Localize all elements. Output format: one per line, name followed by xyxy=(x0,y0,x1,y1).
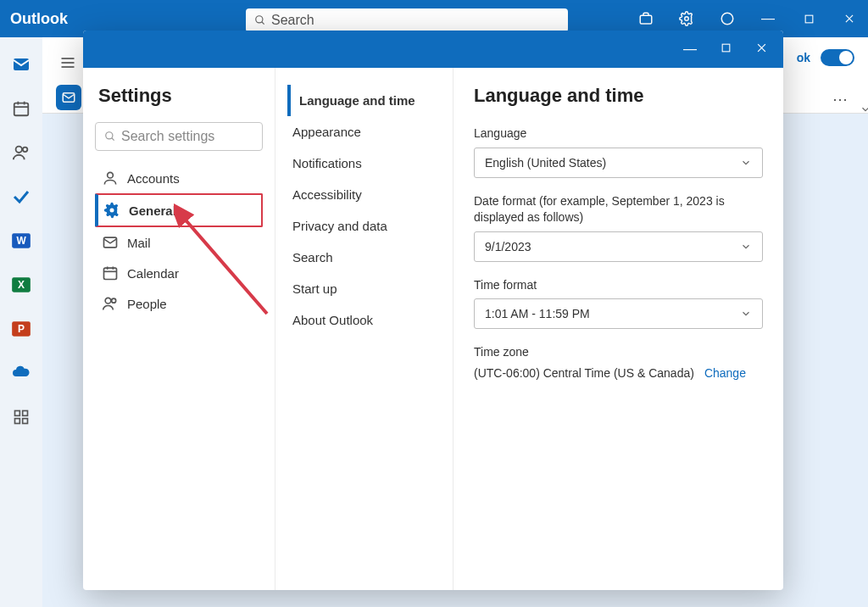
app-rail: W X P xyxy=(0,37,42,607)
language-select[interactable]: English (United States) xyxy=(474,148,763,178)
language-value: English (United States) xyxy=(485,156,606,170)
svg-point-32 xyxy=(106,132,113,139)
global-search[interactable]: Search xyxy=(246,8,568,32)
rail-more-apps-icon[interactable] xyxy=(8,404,35,431)
time-format-value: 1:01 AM - 11:59 PM xyxy=(485,307,590,320)
window-maximize-outer[interactable] xyxy=(797,14,821,25)
time-zone-label: Time zone xyxy=(474,344,763,361)
field-time-zone: Time zone (UTC-06:00) Central Time (US &… xyxy=(474,344,763,380)
subitem-start-up[interactable]: Start up xyxy=(287,273,441,304)
time-format-label: Time format xyxy=(474,277,763,294)
settings-gear-icon[interactable] xyxy=(675,11,698,26)
category-accounts[interactable]: Accounts xyxy=(95,163,263,193)
svg-text:W: W xyxy=(16,235,26,247)
date-format-select[interactable]: 9/1/2023 xyxy=(474,231,763,262)
modal-maximize-icon[interactable] xyxy=(721,42,732,57)
subitem-accessibility[interactable]: Accessibility xyxy=(287,179,441,210)
settings-title: Settings xyxy=(95,85,263,107)
rail-todo-icon[interactable] xyxy=(8,183,35,210)
chevron-down-icon xyxy=(740,241,752,253)
date-format-label: Date format (for example, September 1, 2… xyxy=(474,193,763,226)
modal-minimize-icon[interactable]: — xyxy=(683,42,697,57)
rail-mail-icon[interactable] xyxy=(8,51,35,78)
rail-calendar-icon[interactable] xyxy=(8,95,35,122)
svg-rect-24 xyxy=(23,419,28,424)
modal-close-icon[interactable] xyxy=(755,42,768,58)
change-timezone-link[interactable]: Change xyxy=(704,366,746,380)
chevron-down-icon xyxy=(740,157,752,169)
svg-rect-29 xyxy=(722,44,730,52)
settings-search-placeholder: Search settings xyxy=(121,129,214,144)
subitem-notifications[interactable]: Notifications xyxy=(287,148,441,179)
toggle-knob xyxy=(839,51,853,64)
time-zone-value: (UTC-06:00) Central Time (US & Canada) xyxy=(474,366,694,380)
category-general[interactable]: General xyxy=(95,193,263,227)
language-label: Language xyxy=(474,125,763,142)
rail-excel-icon[interactable]: X xyxy=(8,271,35,298)
field-date-format: Date format (for example, September 1, 2… xyxy=(474,193,763,262)
category-mail[interactable]: Mail xyxy=(95,227,263,258)
svg-text:P: P xyxy=(18,323,25,335)
category-label: General xyxy=(129,203,176,218)
global-search-placeholder: Search xyxy=(271,13,314,28)
bg-right-controls: ok xyxy=(797,49,854,66)
category-label: Calendar xyxy=(127,266,179,281)
svg-point-4 xyxy=(721,13,733,25)
category-calendar[interactable]: Calendar xyxy=(95,258,263,288)
svg-point-14 xyxy=(23,148,28,153)
svg-point-34 xyxy=(108,172,114,178)
mail-icon xyxy=(102,234,119,251)
window-minimize-outer[interactable]: — xyxy=(756,11,780,26)
more-menu-icon[interactable]: ⋯ xyxy=(832,90,849,109)
hamburger-icon[interactable] xyxy=(59,54,76,75)
svg-line-33 xyxy=(112,138,114,141)
settings-search-input[interactable]: Search settings xyxy=(95,122,263,151)
subitem-language-and-time[interactable]: Language and time xyxy=(287,85,441,116)
settings-modal: — Settings Search settings Accounts Gene… xyxy=(83,31,783,590)
rail-onedrive-icon[interactable] xyxy=(8,359,35,387)
rail-people-icon[interactable] xyxy=(8,139,35,166)
settings-sublist-column: Language and time Appearance Notificatio… xyxy=(275,68,453,590)
time-format-select[interactable]: 1:01 AM - 11:59 PM xyxy=(474,298,763,329)
settings-categories-column: Settings Search settings Accounts Genera… xyxy=(83,68,275,590)
person-icon xyxy=(102,170,119,187)
svg-point-3 xyxy=(685,17,689,21)
search-icon xyxy=(104,131,116,142)
svg-rect-23 xyxy=(15,419,20,424)
date-format-value: 9/1/2023 xyxy=(485,240,531,253)
subitem-appearance[interactable]: Appearance xyxy=(287,116,441,148)
svg-rect-9 xyxy=(14,103,29,116)
app-title: Outlook xyxy=(10,10,68,28)
chevron-down-icon xyxy=(740,308,752,320)
field-time-format: Time format 1:01 AM - 11:59 PM xyxy=(474,277,763,330)
rail-powerpoint-icon[interactable]: P xyxy=(8,315,35,342)
help-icon[interactable] xyxy=(715,11,739,26)
search-icon xyxy=(254,14,266,26)
window-close-outer[interactable] xyxy=(837,13,861,25)
subitem-privacy-and-data[interactable]: Privacy and data xyxy=(287,210,441,242)
modal-body: Settings Search settings Accounts Genera… xyxy=(83,68,783,590)
category-label: Mail xyxy=(127,236,151,250)
subitem-about-outlook[interactable]: About Outlook xyxy=(287,304,441,336)
feature-toggle[interactable] xyxy=(821,49,854,66)
svg-line-1 xyxy=(262,22,264,25)
svg-point-42 xyxy=(112,298,116,303)
calendar-icon xyxy=(102,265,119,281)
settings-detail-pane: Language and time Language English (Unit… xyxy=(453,68,783,590)
mail-chip-icon[interactable] xyxy=(56,85,81,110)
ribbon-chevron-icon[interactable] xyxy=(860,103,868,119)
category-label: Accounts xyxy=(127,171,180,186)
category-label: People xyxy=(127,297,167,311)
ok-label: ok xyxy=(797,51,810,64)
subitem-search[interactable]: Search xyxy=(287,242,441,273)
svg-point-35 xyxy=(110,209,114,213)
svg-rect-2 xyxy=(640,15,652,24)
rail-word-icon[interactable]: W xyxy=(8,227,35,254)
modal-header: — xyxy=(83,31,783,68)
svg-rect-37 xyxy=(104,268,117,279)
category-people[interactable]: People xyxy=(95,288,263,319)
briefcase-icon[interactable] xyxy=(634,11,658,26)
gear-icon xyxy=(103,202,120,219)
svg-text:X: X xyxy=(18,279,25,291)
svg-point-41 xyxy=(105,298,111,304)
